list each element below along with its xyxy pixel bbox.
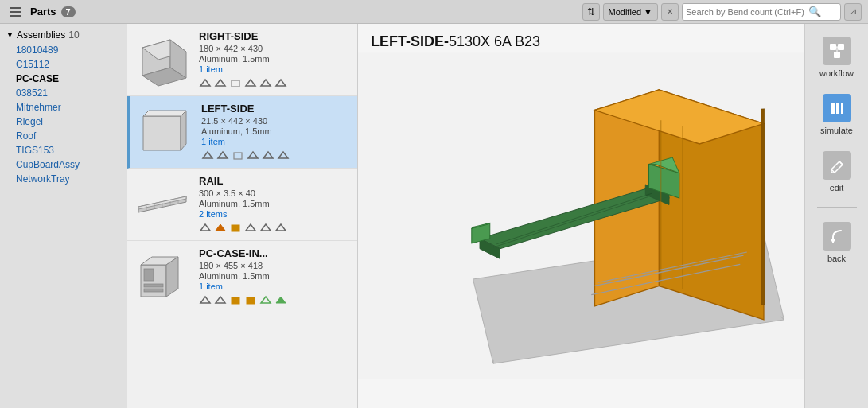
search-input[interactable]: [686, 7, 805, 17]
ls-bend-icon-3: [232, 149, 244, 161]
part-count-left-side: 1 item: [201, 137, 351, 146]
rail-bend-icon-3: [229, 221, 242, 234]
assemblies-section-header[interactable]: ▼ Assemblies 10: [0, 27, 127, 43]
svg-marker-12: [181, 111, 186, 150]
search-icon[interactable]: 🔍: [808, 6, 821, 17]
ls-bend-icon-4: [247, 149, 259, 161]
svg-rect-6: [232, 80, 239, 87]
svg-marker-11: [143, 111, 186, 116]
part-info-right-side: RIGHT-SIDE 180 × 442 × 430 Aluminum, 1.5…: [199, 30, 351, 89]
filter-icon: ⊿: [850, 6, 857, 17]
simulate-btn[interactable]: simulate: [810, 89, 864, 140]
part-thumbnail-rail: [134, 176, 191, 233]
pc-bend-icon-5: [259, 293, 272, 306]
workflow-btn[interactable]: workflow: [810, 32, 864, 83]
svg-marker-4: [200, 80, 210, 86]
ls-bend-icon-1: [201, 149, 214, 161]
part-info-pc-case-in: PC-CASE-IN... 180 × 455 × 418 Aluminum, …: [199, 247, 351, 306]
clear-icon: ✕: [667, 7, 673, 16]
svg-rect-67: [838, 44, 844, 50]
svg-rect-28: [232, 225, 239, 231]
part-material-left-side: Aluminum, 1.5mm: [201, 126, 351, 136]
sidebar-item-c15112[interactable]: C15112: [0, 57, 127, 72]
pc-bend-icon-3: [229, 293, 242, 306]
rail-bend-icon-2: [214, 221, 227, 234]
svg-line-74: [839, 161, 843, 165]
svg-rect-72: [836, 103, 839, 114]
part-dims-pc-case-in: 180 × 455 × 418: [199, 261, 351, 270]
main-layout: ▼ Assemblies 10 18010489 C15112 PC-CASE …: [0, 24, 868, 408]
svg-marker-8: [261, 80, 271, 86]
parts-list: RIGHT-SIDE 180 × 442 × 430 Aluminum, 1.5…: [127, 24, 358, 408]
sort-direction-btn[interactable]: ⇅: [582, 3, 600, 21]
right-toolbar: workflow simulate: [804, 24, 868, 408]
menu-button[interactable]: [6, 4, 24, 20]
sort-label: Modified: [609, 7, 642, 17]
part-material-rail: Aluminum, 1.5mm: [199, 199, 351, 208]
part-item-left-side[interactable]: LEFT-SIDE 21.5 × 442 × 430 Aluminum, 1.5…: [127, 96, 357, 169]
svg-marker-5: [216, 80, 225, 86]
edit-label: edit: [830, 183, 844, 192]
part-dims-right-side: 180 × 442 × 430: [199, 44, 351, 53]
sidebar-item-mitnehmer[interactable]: Mitnehmer: [0, 100, 127, 115]
part-item-rail[interactable]: RAIL 300 × 3.5 × 40 Aluminum, 1.5mm 2 it…: [127, 169, 357, 241]
svg-marker-16: [248, 152, 258, 158]
rail-bend-icon-4: [244, 221, 257, 234]
rail-bend-icon-1: [199, 221, 212, 234]
svg-marker-39: [216, 297, 225, 303]
sidebar-item-riegel[interactable]: Riegel: [0, 115, 127, 129]
ls-bend-icon-5: [262, 149, 274, 161]
svg-marker-7: [246, 80, 255, 86]
svg-marker-13: [203, 152, 212, 158]
section-title: Parts 7: [30, 6, 76, 17]
svg-rect-35: [144, 269, 154, 281]
svg-marker-31: [276, 224, 286, 231]
top-bar: Parts 7 ⇅ Modified ▼ ✕ 🔍 ⊿: [0, 0, 868, 24]
svg-marker-43: [276, 297, 286, 303]
sidebar-item-networktray[interactable]: NetworkTray: [0, 172, 127, 186]
svg-marker-17: [263, 152, 273, 158]
ls-bend-icon-6: [277, 149, 290, 161]
viewport: LEFT-SIDE-5130X 6A B23: [358, 24, 804, 408]
part-count-pc-case-in: 1 item: [199, 282, 351, 291]
part-material-pc-case-in: Aluminum, 1.5mm: [199, 271, 351, 281]
part-dims-rail: 300 × 3.5 × 40: [199, 188, 351, 198]
back-btn[interactable]: back: [810, 217, 864, 268]
svg-rect-41: [247, 297, 255, 304]
svg-rect-37: [144, 289, 163, 292]
assemblies-count: 10: [68, 29, 79, 41]
svg-marker-77: [831, 239, 835, 243]
bend-icon-5: [259, 76, 272, 89]
sidebar-item-roof[interactable]: Roof: [0, 129, 127, 143]
part-item-right-side[interactable]: RIGHT-SIDE 180 × 442 × 430 Aluminum, 1.5…: [127, 24, 357, 96]
filter-btn[interactable]: ⊿: [844, 3, 862, 21]
svg-marker-30: [261, 224, 271, 231]
edit-btn[interactable]: edit: [810, 146, 864, 197]
pc-bend-icon-1: [199, 293, 212, 306]
sidebar: ▼ Assemblies 10 18010489 C15112 PC-CASE …: [0, 24, 127, 408]
sort-clear-btn[interactable]: ✕: [661, 3, 679, 21]
search-container: 🔍: [682, 3, 841, 21]
svg-marker-26: [200, 224, 210, 231]
part-icons-right-side: [199, 76, 351, 89]
svg-marker-27: [216, 224, 225, 231]
pc-bend-icon-6: [274, 293, 287, 306]
svg-rect-15: [234, 153, 242, 159]
title-text: Parts: [30, 6, 56, 17]
sort-modified-btn[interactable]: Modified ▼: [603, 3, 658, 21]
sidebar-item-18010489[interactable]: 18010489: [0, 43, 127, 57]
part-thumbnail-left-side: [136, 103, 193, 161]
rail-bend-icon-5: [259, 221, 272, 234]
simulate-icon: [823, 94, 851, 122]
svg-marker-18: [278, 152, 288, 158]
sidebar-item-pc-case[interactable]: PC-CASE: [0, 72, 127, 86]
sidebar-item-cupboardassy[interactable]: CupBoardAssy: [0, 157, 127, 172]
svg-rect-71: [831, 103, 835, 114]
svg-marker-42: [261, 297, 271, 303]
back-label: back: [827, 254, 846, 263]
part-count-badge: 7: [61, 6, 76, 17]
sidebar-item-tigs153[interactable]: TIGS153: [0, 143, 127, 157]
part-item-pc-case-in[interactable]: PC-CASE-IN... 180 × 455 × 418 Aluminum, …: [127, 241, 357, 313]
bend-icon-6: [274, 76, 287, 89]
sidebar-item-038521[interactable]: 038521: [0, 86, 127, 100]
